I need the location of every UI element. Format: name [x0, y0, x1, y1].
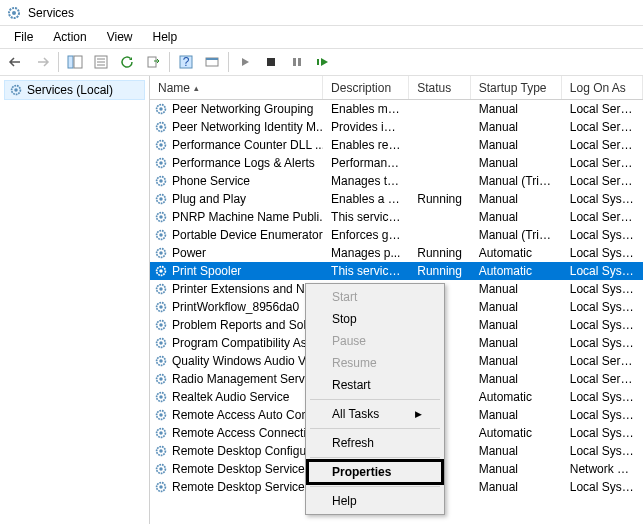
svg-point-20 [159, 107, 163, 111]
table-row[interactable]: PNRP Machine Name Publi...This service .… [150, 208, 643, 226]
cm-separator [310, 399, 440, 400]
cell-name: Realtek Audio Service [150, 390, 323, 404]
cell-description: Enforces gr... [323, 228, 409, 242]
cell-logon: Local Syste... [562, 444, 643, 458]
refresh-button[interactable] [115, 50, 139, 74]
cell-logon: Local Service [562, 354, 643, 368]
cm-all-tasks[interactable]: All Tasks▶ [308, 403, 442, 425]
gear-icon [9, 83, 23, 97]
gear-icon [154, 174, 168, 188]
cm-separator [310, 428, 440, 429]
cell-name: Program Compatibility Assi... [150, 336, 323, 350]
cell-startup: Manual [471, 408, 562, 422]
restart-service-button[interactable] [311, 50, 335, 74]
menu-action[interactable]: Action [43, 28, 96, 46]
col-header-logon[interactable]: Log On As [562, 76, 643, 99]
table-row[interactable]: Portable Device Enumerator...Enforces gr… [150, 226, 643, 244]
cell-name: Remote Desktop Services U... [150, 480, 323, 494]
cell-startup: Manual [471, 372, 562, 386]
cell-description: Enables a c... [323, 192, 409, 206]
table-row[interactable]: Performance Logs & AlertsPerformanc...Ma… [150, 154, 643, 172]
gear-icon [154, 480, 168, 494]
table-header: Name▴ Description Status Startup Type Lo… [150, 76, 643, 100]
gear-icon [154, 228, 168, 242]
gear-icon [154, 444, 168, 458]
svg-point-24 [159, 143, 163, 147]
table-row[interactable]: Performance Counter DLL ...Enables rem..… [150, 136, 643, 154]
gear-icon [154, 264, 168, 278]
cm-help[interactable]: Help [308, 490, 442, 512]
cell-startup: Manual [471, 102, 562, 116]
cell-name: Radio Management Service [150, 372, 323, 386]
pause-service-button[interactable] [285, 50, 309, 74]
svg-point-58 [159, 449, 163, 453]
col-header-startup[interactable]: Startup Type [471, 76, 562, 99]
cm-properties[interactable]: Properties [308, 461, 442, 483]
table-row[interactable]: PowerManages p...RunningAutomaticLocal S… [150, 244, 643, 262]
gear-icon [154, 462, 168, 476]
col-header-name[interactable]: Name▴ [150, 76, 323, 99]
toolbar-separator [228, 52, 229, 72]
svg-rect-15 [298, 58, 301, 66]
col-header-description[interactable]: Description [323, 76, 409, 99]
cell-name: Performance Logs & Alerts [150, 156, 323, 170]
mmc-icon[interactable] [200, 50, 224, 74]
cell-description: This service ... [323, 264, 409, 278]
table-row[interactable]: Plug and PlayEnables a c...RunningManual… [150, 190, 643, 208]
svg-point-22 [159, 125, 163, 129]
gear-icon [154, 282, 168, 296]
export-button[interactable] [141, 50, 165, 74]
menu-file[interactable]: File [4, 28, 43, 46]
gear-icon [154, 408, 168, 422]
cell-startup: Manual [471, 318, 562, 332]
cm-separator [310, 457, 440, 458]
cell-logon: Local Syste... [562, 336, 643, 350]
properties-button[interactable] [89, 50, 113, 74]
show-hide-tree-button[interactable] [63, 50, 87, 74]
cell-startup: Automatic [471, 426, 562, 440]
cell-logon: Local Syste... [562, 282, 643, 296]
table-row[interactable]: Phone ServiceManages th...Manual (Trig..… [150, 172, 643, 190]
cell-startup: Manual [471, 336, 562, 350]
start-service-button[interactable] [233, 50, 257, 74]
cm-stop[interactable]: Stop [308, 308, 442, 330]
cm-restart[interactable]: Restart [308, 374, 442, 396]
gear-icon [154, 426, 168, 440]
cell-name: Peer Networking Grouping [150, 102, 323, 116]
cell-logon: Local Service [562, 156, 643, 170]
cell-logon: Local Syste... [562, 390, 643, 404]
svg-point-1 [12, 11, 16, 15]
svg-rect-12 [206, 58, 218, 60]
svg-point-56 [159, 431, 163, 435]
menu-help[interactable]: Help [143, 28, 188, 46]
svg-point-42 [159, 305, 163, 309]
cell-startup: Manual [471, 120, 562, 134]
cell-name: Quality Windows Audio Vid... [150, 354, 323, 368]
sidebar-label: Services (Local) [27, 83, 113, 97]
stop-service-button[interactable] [259, 50, 283, 74]
gear-icon [154, 210, 168, 224]
cell-logon: Local Syste... [562, 426, 643, 440]
menu-view[interactable]: View [97, 28, 143, 46]
svg-point-38 [159, 269, 163, 273]
table-row[interactable]: Print SpoolerThis service ...RunningAuto… [150, 262, 643, 280]
window-title: Services [28, 6, 74, 20]
table-row[interactable]: Peer Networking Identity M...Provides id… [150, 118, 643, 136]
cell-status: Running [409, 192, 470, 206]
cell-logon: Local Service [562, 210, 643, 224]
cm-refresh[interactable]: Refresh [308, 432, 442, 454]
cell-logon: Local Service [562, 174, 643, 188]
cell-logon: Local Syste... [562, 264, 643, 278]
toolbar: ? [0, 48, 643, 76]
svg-point-62 [159, 485, 163, 489]
back-button[interactable] [4, 50, 28, 74]
cell-description: Enables mul... [323, 102, 409, 116]
cell-description: This service ... [323, 210, 409, 224]
table-row[interactable]: Peer Networking GroupingEnables mul...Ma… [150, 100, 643, 118]
cm-start: Start [308, 286, 442, 308]
cell-logon: Local Syste... [562, 480, 643, 494]
help-button[interactable]: ? [174, 50, 198, 74]
forward-button[interactable] [30, 50, 54, 74]
sidebar-services-local[interactable]: Services (Local) [4, 80, 145, 100]
col-header-status[interactable]: Status [409, 76, 470, 99]
